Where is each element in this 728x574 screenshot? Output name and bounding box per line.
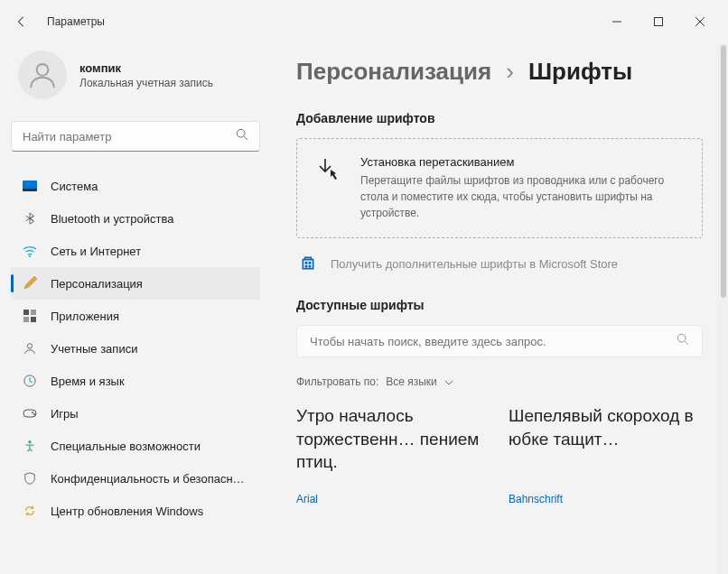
font-name-link[interactable]: Arial [296, 493, 490, 505]
bluetooth-icon [22, 210, 38, 227]
shield-icon [22, 470, 38, 486]
search-icon [677, 333, 689, 349]
store-icon [300, 255, 318, 273]
close-button[interactable] [679, 7, 721, 36]
available-fonts-heading: Доступные шрифты [296, 298, 703, 312]
svg-rect-1 [655, 18, 663, 26]
nav-personalization[interactable]: Персонализация [11, 267, 260, 300]
brush-icon [22, 275, 38, 292]
nav-bluetooth[interactable]: Bluetooth и устройства [11, 202, 260, 235]
scroll-thumb[interactable] [721, 45, 726, 298]
svg-point-14 [27, 344, 32, 348]
font-sample: Утро началось торжественн… пением птиц. [296, 404, 490, 477]
svg-line-25 [685, 341, 688, 345]
user-account-type: Локальная учетная запись [79, 77, 213, 89]
store-link[interactable]: Получить дополнительные шрифты в Microso… [296, 251, 703, 298]
scrollbar[interactable] [717, 43, 728, 574]
breadcrumb-parent[interactable]: Персонализация [296, 58, 491, 86]
svg-rect-12 [23, 317, 29, 322]
breadcrumb: Персонализация › Шрифты [296, 58, 703, 86]
svg-line-6 [244, 136, 247, 140]
nav-gaming[interactable]: Игры [11, 397, 260, 430]
clock-icon [22, 373, 38, 389]
avatar [18, 51, 67, 99]
svg-rect-16 [23, 410, 36, 417]
drop-title: Установка перетаскиванием [360, 155, 684, 169]
filter-label: Фильтровать по: [296, 375, 378, 388]
maximize-button[interactable] [638, 7, 679, 36]
svg-rect-23 [309, 265, 312, 268]
svg-rect-13 [31, 317, 36, 322]
search-icon [236, 128, 248, 144]
filter-value: Все языки [386, 375, 437, 388]
font-search-input[interactable] [310, 335, 677, 348]
font-sample: Шепелявый скороход в юбке тащит… [509, 404, 703, 477]
font-name-link[interactable]: Bahnschrift [509, 493, 703, 505]
search-input[interactable] [23, 130, 236, 144]
svg-rect-11 [31, 310, 36, 315]
font-card[interactable]: Утро началось торжественн… пением птиц. … [296, 404, 490, 505]
window-title: Параметры [47, 15, 105, 28]
svg-rect-8 [23, 189, 37, 191]
nav-apps[interactable]: Приложения [11, 300, 260, 332]
svg-point-17 [32, 412, 33, 413]
nav-system[interactable]: Система [11, 170, 260, 202]
svg-rect-22 [305, 265, 308, 268]
drag-drop-icon [315, 155, 344, 221]
accessibility-icon [22, 438, 38, 454]
svg-point-18 [33, 413, 35, 415]
accounts-icon [22, 340, 38, 356]
breadcrumb-current: Шрифты [528, 58, 632, 86]
chevron-right-icon: › [506, 58, 514, 86]
gamepad-icon [22, 405, 38, 421]
user-name: компик [79, 61, 213, 75]
nav-privacy[interactable]: Конфиденциальность и безопасность [11, 462, 260, 495]
store-link-text: Получить дополнительные шрифты в Microso… [331, 257, 618, 271]
filter-dropdown[interactable]: Фильтровать по: Все языки [296, 375, 703, 388]
svg-point-19 [28, 440, 32, 444]
nav-windows-update[interactable]: Центр обновления Windows [11, 495, 260, 527]
svg-point-4 [37, 64, 49, 76]
svg-point-24 [677, 334, 686, 342]
nav-network[interactable]: Сеть и Интернет [11, 235, 260, 267]
system-icon [22, 178, 38, 194]
chevron-down-icon [444, 375, 453, 388]
add-fonts-heading: Добавление шрифтов [296, 111, 703, 125]
font-card[interactable]: Шепелявый скороход в юбке тащит… Bahnsch… [509, 404, 703, 505]
drop-description: Перетащите файлы шрифтов из проводника и… [360, 172, 684, 221]
back-button[interactable] [7, 7, 36, 36]
svg-rect-21 [309, 262, 312, 264]
nav-accounts[interactable]: Учетные записи [11, 332, 260, 365]
nav-accessibility[interactable]: Специальные возможности [11, 430, 260, 462]
font-search-box[interactable] [296, 325, 703, 357]
svg-point-5 [237, 129, 245, 137]
svg-point-9 [29, 255, 31, 257]
font-drop-zone[interactable]: Установка перетаскиванием Перетащите фай… [296, 138, 703, 238]
nav-time-language[interactable]: Время и язык [11, 365, 260, 397]
wifi-icon [22, 243, 38, 259]
minimize-button[interactable] [596, 7, 638, 36]
update-icon [22, 503, 38, 519]
user-block[interactable]: компик Локальная учетная запись [11, 43, 260, 121]
search-settings[interactable] [11, 121, 260, 152]
svg-rect-20 [305, 262, 308, 264]
svg-rect-10 [23, 310, 29, 315]
apps-icon [22, 308, 38, 324]
